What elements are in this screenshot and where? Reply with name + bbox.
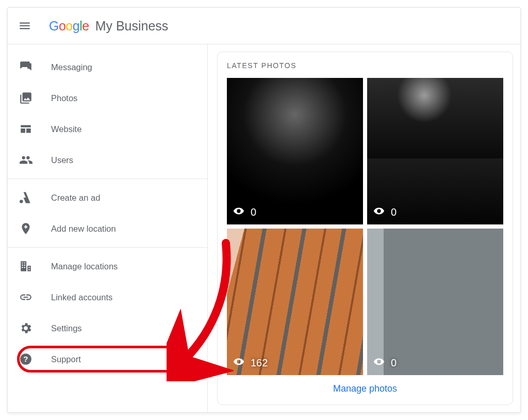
sidebar-item-linked-accounts[interactable]: Linked accounts	[8, 282, 207, 313]
views-badge: 0	[233, 205, 256, 219]
nav-label: Linked accounts	[51, 293, 112, 302]
sidebar-item-manage-locations[interactable]: Manage locations	[8, 251, 207, 282]
views-badge: 162	[233, 356, 268, 370]
eye-icon	[373, 356, 385, 370]
app-window: Google My Business Messaging Photos Webs…	[7, 7, 521, 413]
sidebar-item-users[interactable]: Users	[8, 144, 207, 175]
photo-thumbnail[interactable]: 162	[227, 229, 363, 375]
buildings-icon	[19, 260, 32, 273]
help-icon: ?	[19, 352, 32, 366]
views-count: 0	[391, 357, 397, 369]
views-badge: 0	[373, 205, 397, 219]
sidebar-item-messaging[interactable]: Messaging	[8, 52, 207, 83]
sidebar-item-add-location[interactable]: Add new location	[8, 213, 207, 244]
latest-photos-card: LATEST PHOTOS 0 0	[217, 52, 513, 405]
ads-icon	[19, 191, 32, 204]
nav-label: Create an ad	[51, 193, 100, 203]
nav-label: Users	[51, 155, 73, 165]
views-count: 162	[251, 357, 268, 369]
gear-icon	[19, 321, 32, 335]
nav-label: Website	[51, 124, 81, 134]
eye-icon	[373, 205, 385, 219]
chat-icon	[19, 60, 32, 74]
nav-label: Add new location	[51, 224, 116, 234]
photo-icon	[19, 91, 32, 105]
eye-icon	[233, 356, 244, 370]
sidebar-item-photos[interactable]: Photos	[8, 83, 207, 114]
website-icon	[19, 122, 32, 136]
views-badge: 0	[373, 356, 397, 370]
add-location-icon	[19, 222, 32, 235]
photo-grid: 0 0 162	[227, 78, 503, 375]
main-body: Messaging Photos Website Users	[8, 44, 520, 412]
header: Google My Business	[8, 8, 520, 44]
photo-thumbnail[interactable]: 0	[227, 78, 363, 224]
nav-label: Settings	[51, 324, 82, 333]
sidebar-item-settings[interactable]: Settings	[8, 313, 207, 344]
svg-text:?: ?	[23, 354, 28, 363]
eye-icon	[233, 205, 244, 219]
photo-thumbnail[interactable]: 0	[367, 229, 503, 375]
nav-label: Support	[51, 354, 81, 364]
annotation-highlight-ring	[17, 346, 191, 373]
nav-group: Create an ad Add new location	[8, 179, 207, 247]
nav-label: Messaging	[51, 62, 92, 72]
photo-thumbnail[interactable]: 0	[367, 78, 503, 224]
sidebar-item-website[interactable]: Website	[8, 114, 207, 144]
nav-label: Photos	[51, 93, 77, 103]
brand-subtitle: My Business	[95, 19, 169, 34]
hamburger-menu-button[interactable]	[18, 19, 31, 33]
users-icon	[19, 153, 32, 167]
sidebar-item-create-ad[interactable]: Create an ad	[8, 182, 207, 213]
brand-logo: Google My Business	[49, 19, 168, 34]
nav-group: Manage locations Linked accounts Setting…	[8, 248, 207, 378]
sidebar-item-support[interactable]: ? Support	[8, 344, 207, 375]
google-logo: Google	[49, 19, 89, 34]
card-title: LATEST PHOTOS	[227, 61, 503, 70]
link-icon	[19, 290, 32, 304]
views-count: 0	[251, 206, 256, 218]
manage-photos-link[interactable]: Manage photos	[227, 375, 503, 397]
views-count: 0	[391, 206, 397, 218]
nav-label: Manage locations	[51, 262, 118, 271]
main-content: LATEST PHOTOS 0 0	[208, 44, 520, 412]
sidebar: Messaging Photos Website Users	[8, 44, 208, 412]
nav-group: Messaging Photos Website Users	[8, 49, 207, 179]
